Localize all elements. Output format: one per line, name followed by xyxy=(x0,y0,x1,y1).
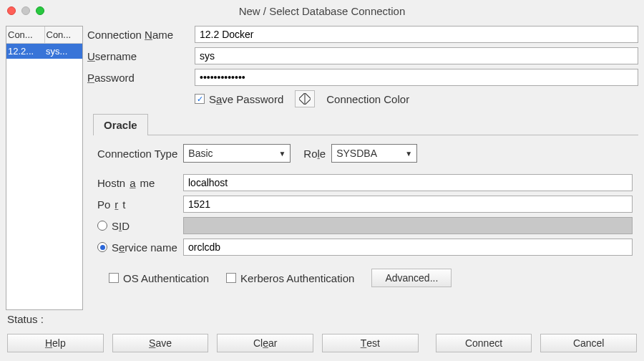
row-password: Password xyxy=(87,69,638,86)
col-conn-details[interactable]: Con... xyxy=(45,27,83,43)
row-service-name: Service name xyxy=(97,239,633,256)
advanced-button[interactable]: Advanced... xyxy=(371,269,452,287)
row-auth-options: OS Authentication Kerberos Authenticatio… xyxy=(109,269,633,287)
connection-color-label: Connection Color xyxy=(326,93,409,105)
list-item-name: 12.2... xyxy=(6,44,44,59)
connection-type-value: Basic xyxy=(188,148,213,159)
sid-option[interactable]: SID xyxy=(97,220,183,232)
row-port: Port xyxy=(97,196,633,213)
window-controls xyxy=(7,6,44,15)
connection-list-body: 12.2... sys... xyxy=(6,44,82,309)
row-username: Username xyxy=(87,47,638,64)
connection-type-label: Connection Type xyxy=(97,148,177,160)
chevron-down-icon: ▼ xyxy=(405,150,412,158)
close-icon[interactable] xyxy=(7,6,16,15)
tab-strip: Oracle xyxy=(93,113,638,135)
status-bar: Status : xyxy=(0,310,644,328)
connection-name-input[interactable] xyxy=(195,26,638,43)
role-value: SYSDBA xyxy=(336,148,377,159)
connect-button[interactable]: Connect xyxy=(436,334,532,352)
minimize-icon xyxy=(21,6,30,15)
connection-form: Connection Name Username Password ✓ Save… xyxy=(87,26,638,310)
row-sid: SID xyxy=(97,217,633,234)
content-area: Con... Con... 12.2... sys... Connection … xyxy=(0,21,644,310)
help-button[interactable]: Help xyxy=(7,334,104,352)
connection-color-button[interactable] xyxy=(295,90,315,107)
col-conn-name[interactable]: Con... xyxy=(6,27,45,43)
username-label: Username xyxy=(87,50,195,62)
kerberos-auth-checkbox[interactable]: Kerberos Authentication xyxy=(226,272,354,284)
radio-icon xyxy=(97,221,107,231)
connection-type-select[interactable]: Basic ▼ xyxy=(183,144,291,163)
row-connection-name: Connection Name xyxy=(87,26,638,43)
connection-list[interactable]: Con... Con... 12.2... sys... xyxy=(6,26,83,310)
tab-oracle[interactable]: Oracle xyxy=(93,114,148,135)
dialog-footer: Help Save Clear Test Connect Cancel xyxy=(0,328,644,361)
password-input[interactable] xyxy=(195,69,638,86)
dialog-window: New / Select Database Connection Con... … xyxy=(0,0,644,361)
checkbox-icon xyxy=(109,273,119,283)
checkbox-icon xyxy=(226,273,236,283)
row-hostname: Hostname xyxy=(97,174,633,191)
connection-list-header: Con... Con... xyxy=(6,27,82,44)
service-name-label: Service name xyxy=(112,241,177,254)
chevron-down-icon: ▼ xyxy=(278,150,286,158)
save-password-checkbox[interactable]: ✓ Save Password xyxy=(195,93,283,105)
connection-name-label: Connection Name xyxy=(87,29,195,41)
role-label: Role xyxy=(303,148,326,160)
username-input[interactable] xyxy=(195,47,638,64)
maximize-icon[interactable] xyxy=(36,6,44,15)
sid-label: SID xyxy=(112,220,130,232)
row-conn-type-role: Connection Type Basic ▼ Role SYSDBA ▼ xyxy=(97,144,633,163)
password-label: Password xyxy=(87,72,195,84)
sid-input[interactable] xyxy=(183,217,633,234)
test-button[interactable]: Test xyxy=(322,334,419,352)
row-save-password: ✓ Save Password Connection Color xyxy=(195,90,638,107)
hostname-input[interactable] xyxy=(183,174,633,191)
hostname-label: Hostname xyxy=(97,177,183,189)
list-item[interactable]: 12.2... sys... xyxy=(6,44,82,59)
port-label: Port xyxy=(97,198,183,211)
service-name-input[interactable] xyxy=(183,239,633,256)
port-input[interactable] xyxy=(183,196,633,213)
oracle-panel: Connection Type Basic ▼ Role SYSDBA ▼ Ho… xyxy=(87,135,638,294)
role-select[interactable]: SYSDBA ▼ xyxy=(331,144,417,163)
service-name-option[interactable]: Service name xyxy=(97,241,183,254)
status-label: Status : xyxy=(7,313,44,325)
kerberos-auth-label: Kerberos Authentication xyxy=(240,272,354,284)
save-password-label: Save Password xyxy=(209,93,283,105)
checkbox-icon: ✓ xyxy=(195,94,205,104)
titlebar: New / Select Database Connection xyxy=(0,0,644,21)
color-picker-icon xyxy=(299,93,311,105)
clear-button[interactable]: Clear xyxy=(217,334,313,352)
save-button[interactable]: Save xyxy=(112,334,209,352)
radio-icon xyxy=(97,242,107,252)
cancel-button[interactable]: Cancel xyxy=(540,334,637,352)
list-item-user: sys... xyxy=(44,44,82,59)
os-auth-label: OS Authentication xyxy=(123,272,209,284)
os-auth-checkbox[interactable]: OS Authentication xyxy=(109,272,209,284)
window-title: New / Select Database Connection xyxy=(0,5,644,17)
